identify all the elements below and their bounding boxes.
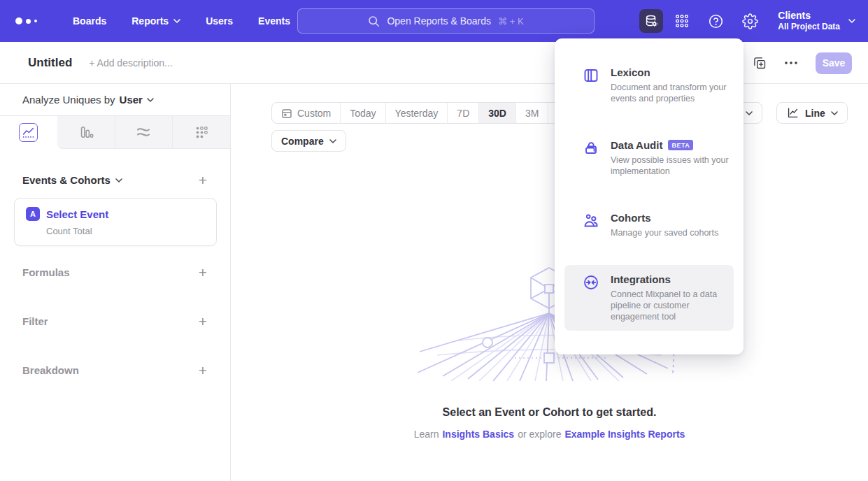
add-filter-button[interactable]: + <box>199 314 207 329</box>
chevron-down-icon <box>329 139 336 143</box>
duplicate-button[interactable] <box>753 56 767 70</box>
tab-bar-chart[interactable] <box>57 116 115 149</box>
empty-state-title: Select an Event or Cohort to get started… <box>231 406 868 419</box>
duplicate-icon <box>753 56 767 70</box>
event-metric-dropdown[interactable]: Count Total <box>46 226 216 236</box>
menu-item-cohorts[interactable]: Cohorts Manage your saved cohorts <box>564 203 734 247</box>
data-management-menu: Lexicon Document and transform your even… <box>555 38 744 354</box>
analyze-prefix: Analyze Uniques by <box>22 94 115 106</box>
example-reports-link[interactable]: Example Insights Reports <box>564 429 685 440</box>
segment-label: 30D <box>488 108 506 119</box>
section-breakdown: Breakdown + <box>0 363 231 378</box>
add-event-button[interactable]: + <box>199 173 207 187</box>
analyze-value: User <box>120 94 143 106</box>
chevron-down-icon <box>173 19 180 23</box>
chevron-down-icon <box>115 178 122 182</box>
apps-grid-button[interactable] <box>674 13 690 29</box>
page-title: Untitled <box>28 56 72 70</box>
search-shortcut: ⌘ + K <box>498 16 524 27</box>
menu-item-description: Connect Mixpanel to a data pipeline or c… <box>611 289 730 322</box>
analyze-by-row: Analyze Uniques by User <box>0 84 230 116</box>
data-audit-icon <box>583 140 599 157</box>
search-icon <box>368 15 380 27</box>
tab-insights-line[interactable] <box>0 116 57 149</box>
date-segment-yesterday[interactable]: Yesterday <box>385 103 448 123</box>
menu-item-integrations[interactable]: Integrations Connect Mixpanel to a data … <box>564 265 734 331</box>
date-segment-30d[interactable]: 30D <box>478 103 515 123</box>
section-formulas: Formulas + <box>0 265 231 280</box>
database-gear-icon <box>643 13 659 29</box>
add-breakdown-button[interactable]: + <box>199 363 207 378</box>
segment-label: 3M <box>525 108 539 119</box>
tab-retention[interactable] <box>172 116 230 149</box>
event-letter-badge: A <box>26 207 40 221</box>
date-segment-3m[interactable]: 3M <box>515 103 548 123</box>
empty-state-subtitle: Learn Insights Basics or explore Example… <box>231 429 868 440</box>
more-icon <box>785 62 797 64</box>
flow-icon <box>135 124 152 141</box>
chevron-down-icon <box>848 19 855 23</box>
date-segment-today[interactable]: Today <box>340 103 385 123</box>
line-chart-tab-icon <box>19 123 38 142</box>
apps-grid-icon <box>674 13 690 29</box>
compare-button[interactable]: Compare <box>271 130 346 152</box>
segment-label: Yesterday <box>395 108 439 119</box>
data-management-button[interactable] <box>639 9 663 33</box>
nav-item-users[interactable]: Users <box>206 15 233 27</box>
beta-badge: BETA <box>668 140 693 150</box>
section-filter: Filter + <box>0 314 231 329</box>
events-cohorts-toggle[interactable]: Events & Cohorts <box>22 174 122 186</box>
bar-chart-icon <box>78 124 94 140</box>
more-button[interactable] <box>785 62 797 64</box>
tab-flow[interactable] <box>115 116 173 149</box>
help-button[interactable] <box>708 13 724 29</box>
select-event-button[interactable]: Select Event <box>46 208 108 220</box>
segment-label: 7D <box>457 108 469 119</box>
menu-item-description: Document and transform your events and p… <box>611 82 730 104</box>
search-input[interactable]: Open Reports & Boards ⌘ + K <box>297 8 595 34</box>
line-chart-icon <box>786 106 799 120</box>
menu-item-title: Lexicon <box>611 66 650 78</box>
top-navigation: Boards Reports Users Events Open Reports… <box>0 0 868 42</box>
menu-item-description: Manage your saved cohorts <box>611 227 718 238</box>
nav-item-boards[interactable]: Boards <box>73 15 106 27</box>
nav-item-events[interactable]: Events <box>258 15 290 27</box>
breakdown-label: Breakdown <box>22 364 79 376</box>
add-description-input[interactable]: + Add description... <box>89 57 172 69</box>
analyze-by-dropdown[interactable]: User <box>120 94 154 106</box>
report-header-actions: Save <box>753 42 852 84</box>
integrations-icon <box>583 274 599 291</box>
menu-item-lexicon[interactable]: Lexicon Document and transform your even… <box>564 58 734 113</box>
events-cohorts-header: Events & Cohorts + <box>0 173 231 187</box>
calendar-icon <box>281 108 292 119</box>
chevron-down-icon <box>746 111 753 115</box>
menu-item-data-audit[interactable]: Data Audit BETA View possible issues wit… <box>564 131 734 185</box>
events-cohorts-label: Events & Cohorts <box>22 174 111 186</box>
date-segment-7d[interactable]: 7D <box>447 103 478 123</box>
insights-basics-link[interactable]: Insights Basics <box>442 429 514 440</box>
nav-item-reports[interactable]: Reports <box>131 15 180 27</box>
topnav-right: Clients All Project Data <box>639 0 868 42</box>
settings-button[interactable] <box>742 13 758 29</box>
project-name: Clients <box>778 10 840 22</box>
lexicon-icon <box>583 67 599 84</box>
filter-label: Filter <box>22 315 48 327</box>
formulas-label: Formulas <box>22 266 70 278</box>
segment-label: Custom <box>297 108 331 119</box>
help-icon <box>708 13 724 29</box>
query-builder-sidebar: Analyze Uniques by User <box>0 84 231 481</box>
cohorts-icon <box>583 213 599 229</box>
menu-item-title: Cohorts <box>611 212 651 224</box>
project-switcher[interactable]: Clients All Project Data <box>778 10 855 33</box>
mixpanel-logo-icon[interactable] <box>15 17 48 24</box>
report-canvas: Custom Today Yesterday 7D 30D 3M 6M Comp… <box>231 84 868 481</box>
gear-icon <box>742 13 758 29</box>
event-card[interactable]: A Select Event Count Total <box>14 198 217 246</box>
chevron-down-icon <box>831 111 838 115</box>
nav-label: Users <box>206 15 233 27</box>
save-button[interactable]: Save <box>816 52 852 74</box>
date-segment-custom[interactable]: Custom <box>272 103 340 123</box>
menu-item-title: Data Audit <box>611 139 662 151</box>
chart-style-dropdown[interactable]: Line <box>776 102 848 124</box>
add-formula-button[interactable]: + <box>199 265 207 280</box>
